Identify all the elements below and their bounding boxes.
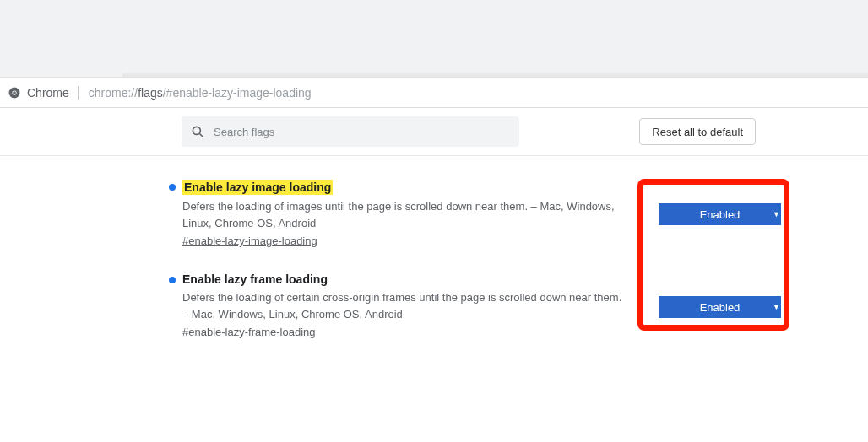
app-label: Chrome [27, 86, 79, 100]
toolbar: Reset all to default [0, 108, 868, 156]
flags-list: Enable lazy image loading Defers the loa… [0, 156, 868, 357]
reset-all-button[interactable]: Reset all to default [639, 118, 756, 145]
flag-state-select[interactable]: Enabled [659, 296, 781, 318]
chrome-icon [8, 87, 20, 99]
search-flags-wrap[interactable] [182, 116, 519, 147]
flag-anchor-link[interactable]: #enable-lazy-frame-loading [182, 326, 316, 338]
flag-row-lazy-frame: Enable lazy frame loading Defers the loa… [169, 266, 785, 357]
browser-chrome-placeholder [0, 0, 868, 78]
search-input[interactable] [214, 126, 511, 138]
flag-state-select[interactable]: Enabled [659, 203, 781, 225]
svg-point-2 [13, 91, 16, 94]
header-shadow [122, 73, 868, 77]
changed-dot-icon [169, 277, 176, 283]
url-bar: Chrome chrome://flags/#enable-lazy-image… [0, 78, 868, 108]
svg-line-4 [199, 133, 203, 137]
changed-dot-icon [169, 184, 176, 191]
flag-title: Enable lazy frame loading [182, 272, 328, 286]
flag-title: Enable lazy image loading [182, 180, 333, 195]
url-text[interactable]: chrome://flags/#enable-lazy-image-loadin… [85, 86, 312, 100]
flag-description: Defers the loading of images until the p… [182, 198, 630, 231]
svg-point-3 [193, 127, 200, 134]
flag-description: Defers the loading of certain cross-orig… [182, 289, 630, 322]
flag-anchor-link[interactable]: #enable-lazy-image-loading [182, 234, 317, 247]
search-icon [190, 124, 205, 139]
flag-row-lazy-image: Enable lazy image loading Defers the loa… [169, 173, 785, 266]
